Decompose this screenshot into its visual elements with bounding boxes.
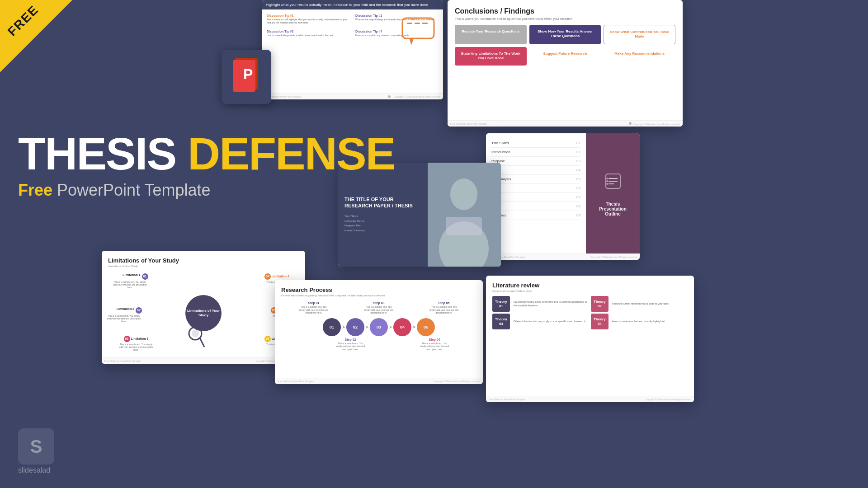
conclusions-title: Conclusions / Findings [455,7,675,15]
tip1: Discussion Tip #1 This is where you will… [265,12,352,26]
brand-icon: S [18,428,54,465]
toc-item-3: Purpose03 [491,157,580,166]
toc-item-8: ion08 [491,202,580,211]
subtitle: Free PowerPoint Template [18,181,395,200]
ppt-icon: P [231,56,262,98]
toc-item-4: ...04 [491,166,580,175]
theory-02: Theory02 [591,296,609,312]
btn-contribution: Show What Contribution You Have Made [604,25,675,44]
tip1-title: Discussion Tip #1 [267,14,350,17]
conclusions-buttons: Restate Your Research Questions Show How… [455,25,675,66]
step5-box: Step 05 This is a sample text. You simpl… [428,301,460,314]
slide-discussion-footer: Free Slideshot PowerPoint Template Copyr… [262,93,443,99]
toc-footer: Free Slideshot PowerPoint Template Copyr… [486,253,640,260]
theory-01-desc: you will not want to cover everything th… [512,300,589,307]
btn-future: Suggest Future Research [529,47,601,66]
arrow-1: ➤ [342,324,345,329]
theory-04: Theory04 [591,314,609,329]
slide-literature: Literature review Areas that you may wis… [486,276,694,402]
circle-3: 03 [370,318,388,336]
theory-01: Theory01 [492,296,510,312]
conclusions-content: Conclusions / Findings This is where you… [448,0,683,73]
main-title-block: THESIS DEFENSE Free PowerPoint Template [18,131,395,200]
svg-rect-4 [407,23,412,24]
tip1-text: This is where you will highlight what yo… [267,18,350,24]
svg-point-8 [388,95,391,98]
slide-discussion: Highlight what your results actually mea… [262,0,443,99]
toc-item-2: Introduction02 [491,148,580,157]
svg-point-14 [606,178,608,179]
btn-restate: Restate Your Research Questions [455,25,527,44]
theory-03: Theory03 [492,314,510,329]
literature-footer: Free Slideshot PowerPoint Template Copyr… [486,396,694,402]
literature-desc: Areas that you may wish to cover [492,290,688,292]
author-info: Your Name University Name Program Title … [344,214,421,233]
literature-title: Literature review [492,282,688,289]
lim-item-2: Limitation 2 02 This is a sample text. Y… [106,307,142,323]
brand-name: slidesalad [18,466,54,474]
limitations-title: Limitations of Your Study [108,257,299,264]
svg-point-18 [450,178,477,210]
toc-item-1: Title Slides01 [491,139,580,148]
research-desc: Provide information regarding how you ha… [281,294,476,297]
magnifier-icon [187,325,205,350]
theory-grid: Theory01 you will not want to cover ever… [492,296,688,329]
circles-row: 01 ➤ 02 ➤ 03 ➤ 04 ➤ 05 [281,318,476,336]
step2-box: Step 02 This is a sample text. You simpl… [335,338,366,351]
svg-point-23 [192,330,199,337]
svg-point-16 [606,183,608,185]
steps-row: Step 01 This is a sample text. You simpl… [281,301,476,314]
arrow-4: ➤ [412,324,416,329]
svg-rect-5 [415,23,420,24]
circle-5: 05 [417,318,435,336]
theory-02-desc: Relevant current research that is close … [610,302,688,306]
circle-2: 02 [346,318,364,336]
slide-conclusions: Conclusions / Findings This is where you… [448,0,683,127]
svg-line-22 [200,338,204,347]
lim-item-3: 03 Limitation 3 This is a sample text. Y… [118,336,154,351]
btn-show-results: Show How Your Results Answer These Quest… [529,25,601,44]
conclusions-footer: Free Slideshot PowerPoint Template Copyr… [448,120,683,127]
toc-right-panel: Thesis Presentation Outline [586,133,640,260]
tip3-text: How do these findings relate to what oth… [267,34,350,37]
toc-list: Title Slides01 Introduction02 Purpose03 … [486,133,586,260]
research-content: Research Process Provide information reg… [275,280,483,361]
svg-text:P: P [243,66,253,82]
svg-point-9 [629,122,632,125]
toc-item-5: ical Analysis05 [491,175,580,184]
svg-rect-3 [402,18,434,38]
limitations-desc: Limitations of Your Study [108,265,299,267]
checklist-icon [590,172,635,193]
thesis-title: THESIS DEFENSE [18,131,395,176]
literature-content: Literature review Areas that you may wis… [486,276,694,336]
svg-marker-7 [409,38,414,45]
circle-1: 01 [323,318,341,336]
tip3: Discussion Tip #3 How do these findings … [265,28,352,39]
toc-right-title: Thesis Presentation Outline [590,197,635,221]
steps-row-bottom: Step 02 This is a sample text. You simpl… [281,338,476,351]
chat-icon [400,16,436,52]
research-footer: Free Slideshot PowerPoint Template Copyr… [275,378,483,384]
lim-item-1: Limitation 1 01 This is a sample text. Y… [112,273,148,289]
btn-limitations: State Any Limitations To The Work You Ha… [455,47,527,66]
ppt-icon-container: P [222,50,271,104]
arrow-3: ➤ [389,324,392,329]
arrow-2: ➤ [365,324,369,329]
research-title: Research Process [281,286,476,293]
circle-4: 04 [393,318,411,336]
slide-toc: Title Slides01 Introduction02 Purpose03 … [486,133,640,260]
theory-03-desc: Different theories that may apply to you… [512,320,589,324]
toc-item-6: ion06 [491,184,580,193]
btn-recommendations: Make Any Recommendations [604,47,675,66]
svg-rect-6 [422,23,428,24]
slide-research: Research Process Provide information reg… [275,280,483,384]
toc-item-9: ce Slides09 [491,211,580,220]
tip3-title: Discussion Tip #3 [267,30,350,33]
toc-item-7: ion07 [491,193,580,202]
conclusions-desc: This is where you summarize and tie up a… [455,17,675,20]
brand-logo: S slidesalad [18,428,54,474]
svg-point-15 [606,180,608,182]
step1-box: Step 01 This is a sample text. You simpl… [298,301,330,314]
slide-discussion-header: Highlight what your results actually mea… [262,0,443,9]
step4-box: Step 04 This is a sample text. You simpl… [419,338,450,351]
